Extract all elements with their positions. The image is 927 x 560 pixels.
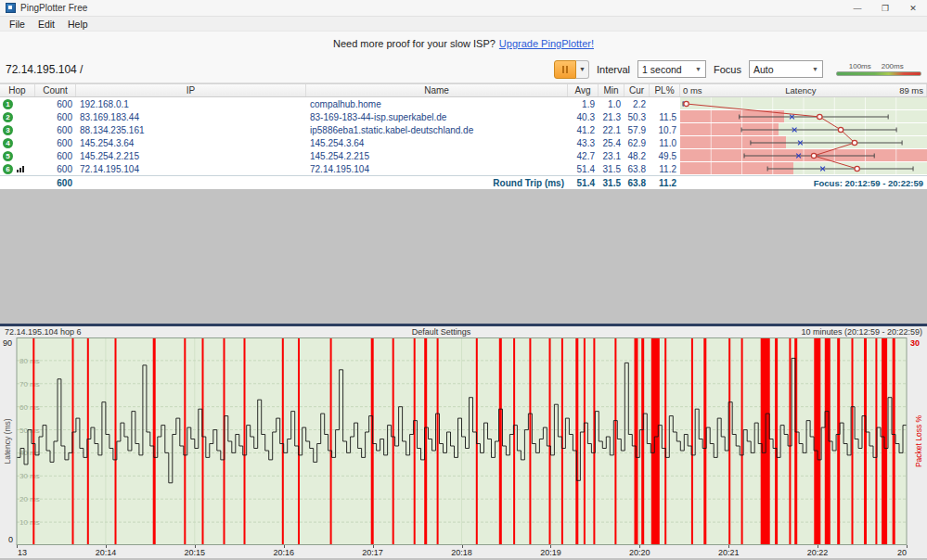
- latency-minigraph-cell: [680, 110, 927, 123]
- x-axis-label: 20:16: [273, 548, 294, 557]
- latency-minigraph-cell: [680, 123, 927, 136]
- x-axis-label: 20:20: [629, 548, 650, 557]
- latency-minigraph-cell: [680, 136, 927, 149]
- focus-label: Focus: [714, 64, 741, 75]
- maximize-button[interactable]: ❐: [871, 0, 899, 16]
- close-button[interactable]: ✕: [899, 0, 927, 16]
- x-axis-label: 20:15: [185, 548, 206, 557]
- min-cell: 21.3: [599, 110, 624, 123]
- table-row[interactable]: 260083.169.183.4483-169-183-44-isp.super…: [0, 110, 927, 123]
- svg-text:60 ms: 60 ms: [19, 403, 40, 412]
- focus-select[interactable]: Auto ▼: [749, 60, 823, 78]
- hop-cell: 2: [0, 110, 35, 123]
- x-axis-label: 20:18: [451, 548, 472, 557]
- ip-cell: 192.168.0.1: [76, 97, 306, 110]
- minimize-button[interactable]: —: [843, 0, 871, 16]
- col-ip[interactable]: IP: [76, 84, 306, 96]
- svg-text:70 ms: 70 ms: [19, 380, 40, 388]
- interval-label: Interval: [597, 64, 630, 75]
- x-axis-tick: [907, 545, 908, 548]
- cur-cell: 48.2: [624, 149, 650, 162]
- col-count[interactable]: Count: [35, 84, 76, 96]
- hop-number-badge: 5: [3, 151, 13, 161]
- x-axis-label: 20:21: [718, 548, 740, 557]
- upgrade-link[interactable]: Upgrade PingPlotter!: [499, 38, 594, 49]
- menu-file[interactable]: File: [3, 18, 32, 31]
- focus-value: Auto: [753, 64, 774, 75]
- table-row[interactable]: 660072.14.195.10472.14.195.10451.431.563…: [0, 162, 927, 175]
- count-cell: 600: [35, 149, 76, 162]
- summary-min: 31.5: [599, 176, 624, 189]
- empty-pane: [0, 189, 927, 324]
- summary-hop-cell: [0, 176, 35, 189]
- timeline-x-axis: 1320:1420:1520:1620:1720:1820:1920:2020:…: [0, 545, 927, 558]
- latency-gradient-bar: [836, 71, 921, 76]
- timeline-plot: 10 ms20 ms30 ms40 ms50 ms60 ms70 ms80 ms…: [0, 337, 927, 545]
- legend-200ms-label: 200ms: [882, 62, 904, 70]
- summary-row[interactable]: 600 Round Trip (ms) 51.4 31.5 63.8 11.2 …: [0, 175, 927, 189]
- col-avg[interactable]: Avg: [568, 84, 599, 96]
- x-axis-label: 20:19: [540, 548, 561, 557]
- pause-button[interactable]: [554, 60, 576, 79]
- chevron-down-icon: ▼: [808, 66, 818, 72]
- table-row[interactable]: 360088.134.235.161ip5886eba1.static.kabe…: [0, 123, 927, 136]
- hop-cell: 3: [0, 123, 35, 136]
- hop-cell: 6: [0, 162, 35, 175]
- pl-cell: 10.7: [650, 123, 680, 136]
- svg-text:80 ms: 80 ms: [19, 357, 40, 365]
- pause-icon: [566, 66, 568, 73]
- avg-cell: 51.4: [568, 162, 599, 175]
- round-trip-label: Round Trip (ms): [306, 176, 568, 189]
- avg-cell: 1.9: [568, 97, 599, 110]
- min-cell: 1.0: [599, 97, 624, 110]
- graphed-hop-icon: [17, 166, 24, 172]
- col-latency[interactable]: 0 ms Latency 89 ms: [680, 84, 927, 96]
- hop-table-body: 1600192.168.0.1compalhub.home1.91.02.226…: [0, 97, 927, 175]
- target-address[interactable]: 72.14.195.104 /: [6, 63, 547, 76]
- svg-text:50 ms: 50 ms: [19, 426, 40, 435]
- interval-select[interactable]: 1 second ▼: [637, 60, 706, 78]
- menu-edit[interactable]: Edit: [32, 18, 61, 31]
- table-row[interactable]: 5600145.254.2.215145.254.2.21542.723.148…: [0, 149, 927, 162]
- col-pl[interactable]: PL%: [650, 84, 680, 96]
- col-hop[interactable]: Hop: [0, 84, 35, 96]
- col-min[interactable]: Min: [599, 84, 624, 96]
- name-cell: compalhub.home: [306, 97, 568, 110]
- latency-scale-min: 0 ms: [683, 85, 702, 95]
- x-axis-label: 20: [897, 548, 907, 557]
- x-axis-label: 20:17: [362, 548, 383, 557]
- promo-text: Need more proof for your slow ISP?: [333, 38, 496, 49]
- ip-cell: 83.169.183.44: [76, 110, 306, 123]
- titlebar[interactable]: PingPlotter Free — ❐ ✕: [0, 0, 927, 17]
- x-axis-label: 13: [18, 548, 27, 557]
- menu-help[interactable]: Help: [61, 18, 95, 31]
- col-cur[interactable]: Cur: [624, 84, 650, 96]
- avg-cell: 43.3: [568, 136, 599, 149]
- hop-cell: 4: [0, 136, 35, 149]
- pl-cell: 49.5: [650, 149, 680, 162]
- name-cell: ip5886eba1.static.kabel-deutschland.de: [306, 123, 568, 136]
- pause-dropdown-button[interactable]: ▼: [576, 60, 589, 79]
- name-cell: 83-169-183-44-isp.superkabel.de: [306, 110, 568, 123]
- chevron-down-icon: ▼: [691, 66, 702, 72]
- y2-axis-max: 30: [910, 338, 920, 348]
- app-icon: [6, 3, 16, 13]
- table-row[interactable]: 4600145.254.3.64145.254.3.6443.325.462.9…: [0, 136, 927, 149]
- y-axis-max: 90: [3, 338, 12, 348]
- col-name[interactable]: Name: [306, 84, 568, 96]
- summary-avg: 51.4: [568, 176, 599, 189]
- cur-cell: 50.3: [624, 110, 650, 123]
- x-axis-label: 20:22: [807, 548, 829, 557]
- min-cell: 31.5: [599, 162, 624, 175]
- pl-cell: [650, 97, 680, 110]
- hop-number-badge: 1: [3, 99, 13, 109]
- hop-cell: 5: [0, 149, 35, 162]
- svg-text:30 ms: 30 ms: [19, 472, 40, 480]
- count-cell: 600: [35, 162, 76, 175]
- pl-cell: 11.5: [650, 110, 680, 123]
- table-row[interactable]: 1600192.168.0.1compalhub.home1.91.02.2: [0, 97, 927, 110]
- hop-number-badge: 2: [3, 112, 13, 122]
- timeline-chart[interactable]: 10 ms20 ms30 ms40 ms50 ms60 ms70 ms80 ms: [0, 337, 927, 545]
- latency-legend: 100ms 200ms: [836, 62, 921, 76]
- pl-cell: 11.2: [650, 162, 680, 175]
